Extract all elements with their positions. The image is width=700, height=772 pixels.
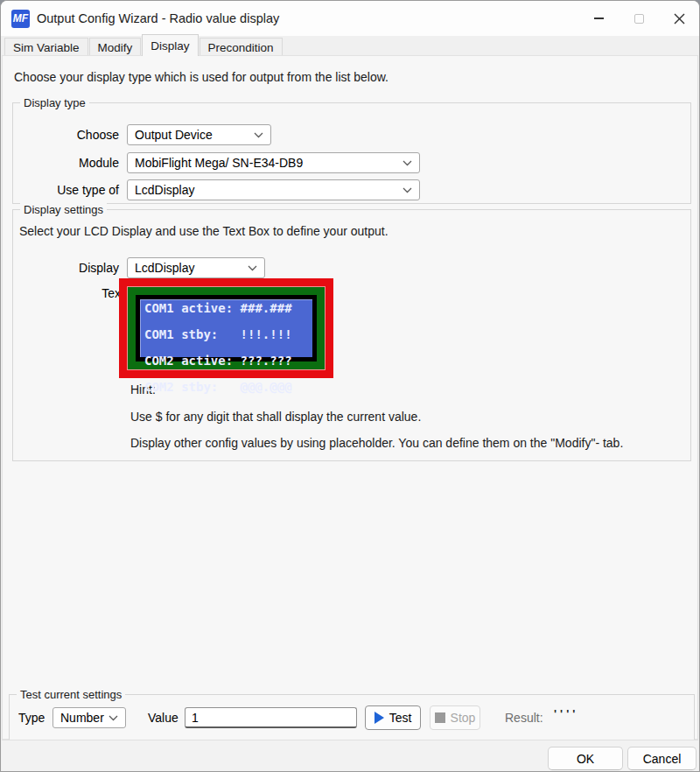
test-type-dropdown[interactable]: Number: [52, 707, 126, 728]
tab-precondition[interactable]: Precondition: [200, 38, 283, 56]
maximize-button: [619, 1, 659, 36]
lcd-line-4: COM2 stby: @@@.@@@: [144, 380, 292, 394]
maximize-icon: [634, 14, 644, 24]
window-title: Output Config Wizard - Radio value displ…: [37, 11, 279, 25]
tab-modify[interactable]: Modify: [89, 38, 142, 56]
display-settings-group: Display settings Select your LCD Display…: [12, 209, 691, 461]
cancel-button-label: Cancel: [643, 752, 682, 766]
choose-device-value: Output Device: [135, 128, 213, 142]
display-settings-legend: Display settings: [20, 203, 107, 216]
output-config-wizard-window: MF Output Config Wizard - Radio value di…: [0, 0, 700, 772]
value-input[interactable]: [185, 707, 357, 728]
minimize-icon: [594, 18, 604, 19]
text-label: Text: [13, 286, 124, 300]
hint-line-2: Display other config values by using pla…: [130, 436, 623, 450]
intro-text: Choose your display type which is used f…: [14, 70, 388, 84]
choose-device-dropdown[interactable]: Output Device: [127, 124, 271, 145]
test-button[interactable]: Test: [365, 705, 421, 730]
chevron-down-icon: [254, 132, 263, 138]
tab-display[interactable]: Display: [142, 34, 198, 56]
test-type-value: Number: [60, 711, 104, 725]
lcd-line-2: COM1 stby: !!!.!!!: [144, 327, 292, 341]
play-icon: [374, 712, 384, 724]
value-label: Value: [148, 711, 178, 725]
stop-button-label: Stop: [451, 711, 476, 725]
display-type-legend: Display type: [20, 96, 89, 109]
display-label: Display: [13, 261, 119, 275]
cancel-button[interactable]: Cancel: [627, 747, 696, 770]
window-controls: [578, 1, 699, 36]
hint-line-1: Use $ for any digit that shall display t…: [130, 410, 421, 424]
module-dropdown[interactable]: MobiFlight Mega/ SN-E34-DB9: [127, 152, 420, 173]
use-type-of-value: LcdDisplay: [135, 183, 194, 197]
lcd-bezel: COM1 active: ###.### COM1 stby: !!!.!!! …: [128, 287, 325, 369]
ok-button-label: OK: [577, 752, 594, 766]
tab-sim-variable[interactable]: Sim Variable: [4, 38, 88, 56]
result-label: Result:: [505, 711, 543, 725]
tab-strip: Sim Variable Modify Display Precondition: [1, 36, 699, 56]
lcd-screen: COM1 active: ###.### COM1 stby: !!!.!!! …: [140, 299, 312, 357]
minimize-button[interactable]: [578, 1, 619, 36]
choose-label: Choose: [13, 128, 119, 142]
module-value: MobiFlight Mega/ SN-E34-DB9: [135, 156, 303, 170]
display-type-group: Display type Choose Output Device Module…: [12, 102, 691, 204]
chevron-down-icon: [402, 187, 412, 193]
ok-button[interactable]: OK: [548, 747, 623, 770]
test-settings-legend: Test current settings: [17, 688, 125, 701]
display-value: LcdDisplay: [135, 261, 194, 275]
chevron-down-icon: [402, 160, 412, 166]
chevron-down-icon: [108, 715, 118, 721]
use-type-of-dropdown[interactable]: LcdDisplay: [127, 179, 420, 200]
display-tab-page: Choose your display type which is used f…: [2, 55, 698, 740]
close-icon: [674, 13, 685, 25]
lcd-line-3: COM2 active: ???.???: [144, 354, 292, 368]
type-label: Type: [18, 711, 45, 725]
chevron-down-icon: [248, 265, 257, 271]
test-current-settings-group: Test current settings Type Number Value …: [9, 694, 695, 741]
footer-bar: OK Cancel: [2, 740, 698, 771]
module-label: Module: [13, 156, 119, 170]
result-value: '''': [554, 707, 578, 720]
title-bar[interactable]: MF Output Config Wizard - Radio value di…: [1, 1, 699, 36]
test-button-label: Test: [389, 711, 412, 725]
mobiflight-logo: MF: [11, 10, 30, 28]
lcd-preview-image: COM1 active: ###.### COM1 stby: !!!.!!! …: [119, 278, 333, 378]
stop-icon: [435, 712, 445, 723]
use-type-of-label: Use type of: [13, 183, 119, 197]
lcd-inner-bezel: COM1 active: ###.### COM1 stby: !!!.!!! …: [136, 295, 317, 361]
close-button[interactable]: [659, 1, 699, 36]
display-settings-description: Select your LCD Display and use the Text…: [19, 224, 388, 238]
stop-button: Stop: [430, 705, 480, 730]
display-dropdown[interactable]: LcdDisplay: [127, 257, 265, 278]
lcd-line-1: COM1 active: ###.###: [144, 301, 292, 315]
